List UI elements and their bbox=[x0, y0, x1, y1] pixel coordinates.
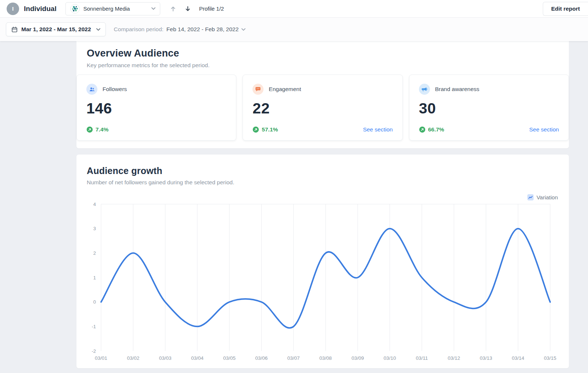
section-subtitle: Number of net followers gained during th… bbox=[87, 179, 559, 186]
comparison-period-picker[interactable]: Comparison period: Feb 14, 2022 - Feb 28… bbox=[114, 26, 246, 33]
date-range-picker[interactable]: Mar 1, 2022 - Mar 15, 2022 bbox=[6, 22, 106, 36]
section-title: Overview Audience bbox=[87, 48, 559, 59]
metric-value: 22 bbox=[252, 100, 392, 117]
profile-dropdown-value: Sonnenberg Media bbox=[83, 6, 148, 12]
metric-delta: 7.4% bbox=[86, 126, 108, 133]
y-tick-label: 1 bbox=[93, 275, 96, 280]
followers-card: Followers 146 7.4% bbox=[76, 75, 236, 141]
section-subtitle: Key performance metrics for the selected… bbox=[87, 62, 559, 69]
y-tick-label: 2 bbox=[93, 250, 96, 256]
audience-growth-chart: 43210-1-203/0103/0203/0303/0403/0503/060… bbox=[76, 197, 569, 369]
trend-up-icon bbox=[419, 126, 426, 133]
arrow-down-icon bbox=[184, 6, 191, 12]
see-section-link[interactable]: See section bbox=[529, 126, 559, 133]
comparison-value: Feb 14, 2022 - Feb 28, 2022 bbox=[166, 26, 239, 33]
chevron-down-icon bbox=[241, 28, 245, 31]
legend-item-variation[interactable]: Variation bbox=[527, 194, 558, 200]
engagement-icon bbox=[252, 84, 263, 95]
x-tick-label: 03/08 bbox=[319, 355, 332, 361]
edit-report-button[interactable]: Edit report bbox=[543, 2, 588, 16]
see-section-link[interactable]: See section bbox=[363, 126, 393, 133]
x-tick-label: 03/05 bbox=[223, 355, 236, 361]
overview-audience-section: Overview Audience Key performance metric… bbox=[76, 41, 569, 148]
metric-cards-row: Followers 146 7.4% bbox=[76, 75, 569, 141]
profile-pager: Profile 1/2 bbox=[199, 6, 224, 12]
x-tick-label: 03/06 bbox=[255, 355, 268, 361]
y-tick-label: -1 bbox=[92, 324, 96, 329]
y-tick-label: 0 bbox=[93, 299, 96, 305]
workspace-name: Individual bbox=[24, 5, 57, 13]
y-tick-label: 4 bbox=[93, 202, 96, 207]
delta-value: 57.1% bbox=[262, 126, 278, 133]
calendar-icon bbox=[11, 26, 18, 33]
x-tick-label: 03/15 bbox=[544, 355, 556, 361]
x-tick-label: 03/04 bbox=[191, 355, 204, 361]
profile-dropdown[interactable]: Sonnenberg Media bbox=[65, 2, 160, 15]
x-tick-label: 03/01 bbox=[95, 355, 107, 361]
date-range-value: Mar 1, 2022 - Mar 15, 2022 bbox=[21, 26, 91, 33]
chevron-down-icon bbox=[151, 7, 155, 10]
metric-label: Brand awareness bbox=[435, 86, 480, 93]
brand-awareness-card: Brand awareness 30 66.7% See section bbox=[409, 75, 569, 141]
metric-delta: 57.1% bbox=[252, 126, 278, 133]
y-tick-label: -2 bbox=[92, 348, 96, 354]
top-bar: I Individual Sonnenberg Media bbox=[0, 0, 588, 18]
trend-up-icon bbox=[252, 126, 259, 133]
trend-up-icon bbox=[86, 126, 93, 133]
x-tick-label: 03/11 bbox=[416, 355, 428, 361]
audience-growth-section: Audience growth Number of net followers … bbox=[76, 155, 569, 368]
x-tick-label: 03/12 bbox=[448, 355, 460, 361]
arrow-up-icon bbox=[170, 6, 176, 12]
filter-bar: Mar 1, 2022 - Mar 15, 2022 Comparison pe… bbox=[0, 18, 588, 41]
followers-icon bbox=[86, 84, 97, 95]
metric-label: Engagement bbox=[269, 86, 301, 93]
engagement-card: Engagement 22 57.1% See section bbox=[243, 75, 402, 141]
metric-value: 146 bbox=[86, 100, 226, 117]
profile-logo-icon bbox=[70, 4, 80, 14]
legend-label: Variation bbox=[537, 194, 558, 200]
chevron-down-icon bbox=[96, 28, 100, 31]
x-tick-label: 03/10 bbox=[384, 355, 396, 361]
x-tick-label: 03/09 bbox=[351, 355, 364, 361]
x-tick-label: 03/14 bbox=[512, 355, 524, 361]
avatar: I bbox=[7, 3, 19, 15]
next-profile-button[interactable] bbox=[183, 4, 193, 14]
delta-value: 66.7% bbox=[428, 126, 444, 133]
section-title: Audience growth bbox=[87, 166, 559, 176]
previous-profile-button[interactable] bbox=[168, 4, 178, 14]
metric-value: 30 bbox=[419, 100, 559, 117]
report-page: Overview Audience Key performance metric… bbox=[0, 41, 588, 368]
megaphone-icon bbox=[419, 84, 430, 95]
delta-value: 7.4% bbox=[96, 126, 108, 133]
x-tick-label: 03/13 bbox=[480, 355, 492, 361]
x-tick-label: 03/07 bbox=[287, 355, 300, 361]
metric-delta: 66.7% bbox=[419, 126, 444, 133]
comparison-label: Comparison period: bbox=[114, 26, 164, 33]
x-tick-label: 03/03 bbox=[159, 355, 172, 361]
variation-legend-icon bbox=[527, 194, 534, 200]
y-tick-label: 3 bbox=[93, 226, 96, 231]
x-tick-label: 03/02 bbox=[127, 355, 139, 361]
metric-label: Followers bbox=[103, 86, 127, 93]
